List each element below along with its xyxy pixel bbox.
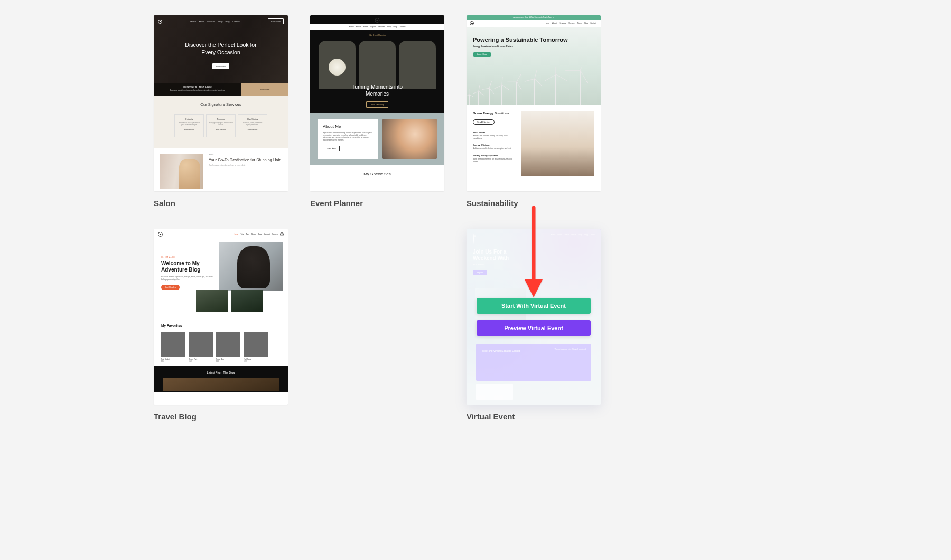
event-hero: Turning Moments intoMemories Book a Meet…	[310, 84, 444, 108]
travel-image	[231, 290, 263, 312]
label-travel-blog: Travel Blog	[154, 412, 288, 421]
salon-about: About Your Go-To Destination for Stunnin…	[154, 148, 288, 191]
event-about-button: Learn More	[323, 146, 340, 151]
travel-favorites: My Favorites Rain Jacket$89 Desert Pack$…	[154, 312, 288, 366]
event-image	[399, 41, 436, 89]
salon-nav-cta: Book Now	[268, 18, 284, 24]
card-salon: Home About Services Shop Blog Contact Bo…	[154, 15, 288, 208]
sustain-projects: Ongoing Projects & Initiatives	[467, 184, 601, 191]
event-specialties: My Specialties	[310, 165, 444, 191]
logo-icon	[158, 232, 163, 237]
card-travel-blog: Home Trip Tips Shop Blog Contact Search …	[154, 229, 288, 421]
sustain-hero: Powering a Sustainable Tomorrow Energy S…	[467, 27, 601, 105]
logo-icon	[375, 18, 380, 23]
thumbnail-salon[interactable]: Home About Services Shop Blog Contact Bo…	[154, 15, 288, 191]
salon-band: Ready for a Fresh Look? Book your appoin…	[154, 83, 241, 96]
label-salon: Salon	[154, 199, 288, 208]
event-about-image	[382, 119, 437, 159]
label-event-planner: Event Planner	[310, 199, 444, 208]
thumbnail-virtual-event[interactable]: HomeAboutLineupVenueShopBlogContact Join…	[467, 229, 601, 405]
salon-about-image	[160, 154, 203, 189]
preview-virtual-event-button[interactable]: Preview Virtual Event	[477, 320, 591, 336]
sustain-solutions: Green Energy Solutions View All Services…	[467, 105, 601, 184]
event-about: About Me A passionate planner creating h…	[310, 113, 444, 165]
label-sustainability: Sustainability	[467, 199, 601, 208]
salon-services: Our Signature Services HaircutsPrecise c…	[154, 96, 288, 148]
thumbnail-travel-blog[interactable]: Home Trip Tips Shop Blog Contact Search …	[154, 229, 288, 405]
sustain-image	[521, 111, 594, 176]
start-with-virtual-event-button[interactable]: Start With Virtual Event	[477, 298, 591, 314]
thumbnail-sustainability[interactable]: Announcement: Solar & Wind Community Gra…	[467, 15, 601, 191]
salon-band-button: Book Now	[241, 83, 288, 96]
salon-nav: Home About Services Shop Blog Contact Bo…	[154, 18, 288, 24]
salon-hero: Discover the Perfect Look for Every Occa…	[154, 42, 288, 69]
sustain-nav: HomeAboutServicesSectorsTeamBlogContact	[467, 20, 601, 27]
sustain-solutions-button: View All Services	[473, 119, 495, 125]
label-virtual-event: Virtual Event	[467, 412, 601, 421]
travel-hero: HI, I'M ALEX Welcome to My Adventure Blo…	[154, 239, 288, 312]
salon-hero-button: Book Now	[212, 63, 229, 69]
event-nav: HomeAboutEventProjectServicesShopBlogCon…	[310, 24, 444, 30]
travel-hero-image	[219, 242, 283, 291]
wind-turbines	[467, 67, 601, 105]
event-kicker: Elite Event Planning	[310, 34, 444, 36]
event-image	[319, 41, 356, 89]
card-event-planner: HomeAboutEventProjectServicesShopBlogCon…	[310, 15, 444, 208]
logo-icon	[158, 20, 162, 24]
cart-icon: 0	[280, 232, 284, 236]
travel-image	[196, 290, 228, 312]
card-sustainability: Announcement: Solar & Wind Community Gra…	[467, 15, 601, 208]
event-image-row	[319, 41, 436, 89]
travel-blog-image	[163, 378, 279, 391]
empty-cell	[310, 229, 444, 421]
travel-hero-button: Start Reading	[161, 285, 180, 290]
thumbnail-event-planner[interactable]: HomeAboutEventProjectServicesShopBlogCon…	[310, 15, 444, 191]
salon-nav-links: Home About Services Shop Blog Contact	[189, 20, 240, 23]
travel-blog-section: Latest From The Blog	[154, 366, 288, 392]
event-hero-button: Book a Meeting	[366, 101, 388, 108]
sustain-hero-button: Learn More	[473, 52, 491, 57]
travel-nav: Home Trip Tips Shop Blog Contact Search …	[154, 229, 288, 239]
template-grid: Home About Services Shop Blog Contact Bo…	[0, 0, 951, 421]
sustain-topbar: Announcement: Solar & Wind Community Gra…	[467, 15, 601, 20]
virtual-hover-overlay: Start With Virtual Event Preview Virtual…	[467, 229, 601, 405]
event-image	[359, 41, 396, 89]
card-virtual-event: HomeAboutLineupVenueShopBlogContact Join…	[467, 229, 601, 421]
logo-icon	[470, 21, 474, 25]
